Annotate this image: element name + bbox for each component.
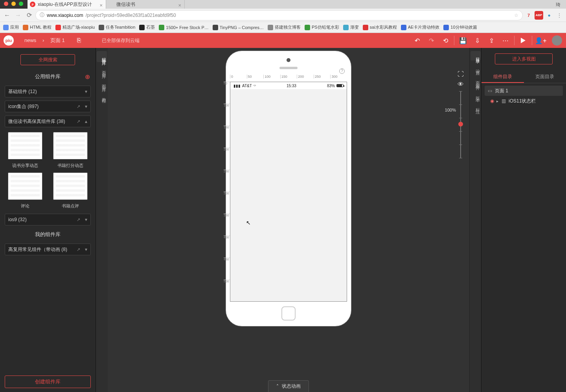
chevron-right-icon: › xyxy=(42,37,44,43)
history-icon[interactable]: ⟲ xyxy=(438,33,452,48)
browser-tab-active[interactable]: p xiaopiu-在线APP原型设计 × xyxy=(28,0,106,9)
canvas[interactable]: ⛶ 👁 100% ? 050100150200250300 5010015020… xyxy=(108,48,469,358)
bookmark[interactable]: sai水彩风教程 xyxy=(363,24,397,30)
open-icon[interactable]: ↗ xyxy=(77,119,80,124)
group-basic[interactable]: 基础组件 (12)▾ xyxy=(5,86,91,97)
download-icon[interactable]: ⇩ xyxy=(470,33,484,48)
bookmark[interactable]: 搭建独立博客 xyxy=(268,24,301,30)
public-lib-header: 公用组件库 ⊕ xyxy=(5,71,91,82)
component-item[interactable]: 说书分享动态 xyxy=(6,132,45,169)
tree-statusbar-row[interactable]: ◉ ▸ ▥ iOS11状态栏 xyxy=(485,96,516,106)
bookmark[interactable]: 渐变 xyxy=(343,24,359,30)
bookmark-icon xyxy=(363,25,368,30)
right-dock: 目录 设置 页面事件 版本 标注 xyxy=(469,48,481,358)
component-item[interactable]: 书籍点评 xyxy=(51,172,90,209)
open-icon[interactable]: ↗ xyxy=(77,247,80,252)
time-label: 15:33 xyxy=(287,84,296,88)
right-panel: 进入多视图 组件目录 页面目录 ▭ 页面 1 ◉ ▸ ▥ iOS11状态栏 xyxy=(481,48,516,358)
group-wechat[interactable]: 微信读书高保真组件库 (38)↗▴ xyxy=(5,115,91,127)
multiview-button[interactable]: 进入多视图 xyxy=(495,53,516,64)
component-item[interactable]: 书籍打分动态 xyxy=(51,132,90,169)
open-icon[interactable]: ↗ xyxy=(77,104,80,109)
dock-tutorial[interactable]: 教程 xyxy=(97,91,107,101)
bookmark-icon xyxy=(401,25,406,30)
dock-images[interactable]: 图片库 xyxy=(97,78,107,89)
url-field[interactable]: ⓘ www.xiaopiu.com/project?proid=59ed8e26… xyxy=(35,10,516,20)
chevron-down-icon: ▾ xyxy=(85,247,87,252)
bookmark-icon xyxy=(3,25,9,30)
dock-settings[interactable]: 设置 xyxy=(470,63,481,72)
carrier-label: AT&T xyxy=(242,84,252,88)
browser-addressbar: ← → ⟳ ⓘ www.xiaopiu.com/project?proid=59… xyxy=(0,9,516,22)
group-ios9[interactable]: ios9 (32)↗▾ xyxy=(5,214,91,225)
bookmark[interactable]: 石墨 xyxy=(139,24,155,30)
dock-version[interactable]: 版本 xyxy=(470,90,481,99)
bookmark[interactable]: HTML 教程 xyxy=(23,24,51,30)
component-item[interactable]: 评论 xyxy=(6,172,45,209)
share-icon[interactable]: ⇪ xyxy=(484,33,498,48)
zoom-handle[interactable] xyxy=(458,122,463,126)
bookmark-icon xyxy=(99,25,104,30)
bookmark[interactable]: 精选广场-xiaopiu xyxy=(55,24,95,30)
zoom-controls: ⛶ 👁 xyxy=(458,71,464,158)
bookmark[interactable]: 1500+ Free Stock P… xyxy=(159,25,209,30)
bookmark[interactable]: TinyPNG – Compres… xyxy=(213,25,264,30)
dock-outline[interactable]: 目录 xyxy=(470,51,481,60)
dock-pages[interactable]: 页面库 xyxy=(97,64,107,75)
fullscreen-icon[interactable]: ⛶ xyxy=(458,71,464,78)
visibility-icon[interactable]: ◉ xyxy=(490,98,494,104)
ruler-vertical: 50100150200250300350400450500 xyxy=(224,82,230,302)
add-icon[interactable]: ⊕ xyxy=(85,73,90,81)
crumb-page[interactable]: 页面 1 xyxy=(50,37,65,43)
bookmark[interactable]: 任务Teambition xyxy=(99,24,135,30)
dock-events[interactable]: 页面事件 xyxy=(470,75,481,87)
bookmark[interactable]: PS仿铅笔水彩 xyxy=(305,24,339,30)
help-icon[interactable]: ? xyxy=(339,68,345,74)
device-screen[interactable]: ▮▮▮ AT&T ⌔ 15:33 83% ↖ xyxy=(230,82,347,302)
bookmark[interactable]: 应用 xyxy=(3,24,19,30)
back-button[interactable]: ← xyxy=(2,11,12,20)
tab-title: 微信读书 xyxy=(116,2,135,7)
app-root: piu news › 页面 1 ⎘ 已全部保存到云端 ↶ ↷ ⟲ 💾 ⇩ ⇪ ⋯… xyxy=(0,33,516,358)
dock-components[interactable]: 组件库 xyxy=(97,51,107,62)
left-dock: 组件库 页面库 图片库 教程 xyxy=(96,48,108,358)
home-button xyxy=(281,306,296,321)
undo-icon[interactable]: ↶ xyxy=(410,33,424,48)
preview-icon[interactable]: 👁 xyxy=(458,81,464,88)
left-panel: 全网搜索 公用组件库 ⊕ 基础组件 (12)▾ icon集合 (897)↗▾ 微… xyxy=(0,48,96,358)
reload-button[interactable]: ⟳ xyxy=(24,11,34,20)
crumb-project[interactable]: news xyxy=(24,37,36,43)
bookmark[interactable]: AE卡片滑动特效 xyxy=(401,24,440,30)
bookmark-icon xyxy=(139,25,145,30)
chevron-right-icon[interactable]: ▸ xyxy=(496,99,498,103)
dock-annotate[interactable]: 标注 xyxy=(470,101,481,111)
more-icon[interactable]: ⋯ xyxy=(498,33,513,48)
global-search-button[interactable]: 全网搜索 xyxy=(20,54,75,65)
bookmark-icon xyxy=(159,25,164,30)
redo-icon[interactable]: ↷ xyxy=(424,33,438,48)
breadcrumb: news › 页面 1 xyxy=(17,37,72,44)
window-controls[interactable] xyxy=(4,2,23,6)
open-icon[interactable]: ↗ xyxy=(77,217,80,222)
chevron-down-icon: ▾ xyxy=(85,89,87,94)
zoom-slider[interactable] xyxy=(460,91,461,158)
url-host: www.xiaopiu.com xyxy=(47,13,83,18)
bookmark-icon xyxy=(443,25,449,30)
bookmark-icon xyxy=(343,25,349,30)
camera-icon xyxy=(287,58,290,62)
add-page-icon[interactable]: ⎘ xyxy=(72,33,86,48)
star-icon[interactable]: ☆ xyxy=(514,13,516,18)
mouse-cursor-icon: ↖ xyxy=(246,220,251,226)
ios-statusbar[interactable]: ▮▮▮ AT&T ⌔ 15:33 83% xyxy=(230,82,347,89)
app-logo[interactable]: piu xyxy=(0,33,17,48)
group-icon[interactable]: icon集合 (897)↗▾ xyxy=(5,101,91,112)
save-icon[interactable]: 💾 xyxy=(456,33,470,48)
group-mycommon[interactable]: 高复用常见组件（带动画 (8)↗▾ xyxy=(5,244,91,255)
tab-component-outline[interactable]: 组件目录 xyxy=(481,70,516,83)
tree-page-row[interactable]: ▭ 页面 1 xyxy=(485,86,516,96)
browser-tab[interactable]: 微信读书 × xyxy=(106,0,185,9)
bookmark[interactable]: 10分钟动效篇 xyxy=(443,24,477,30)
my-lib-header: 我的组件库 xyxy=(5,229,91,240)
info-icon[interactable]: ⓘ xyxy=(40,12,44,18)
device-frame: ? 050100150200250300 5010015020025030035… xyxy=(226,51,351,326)
